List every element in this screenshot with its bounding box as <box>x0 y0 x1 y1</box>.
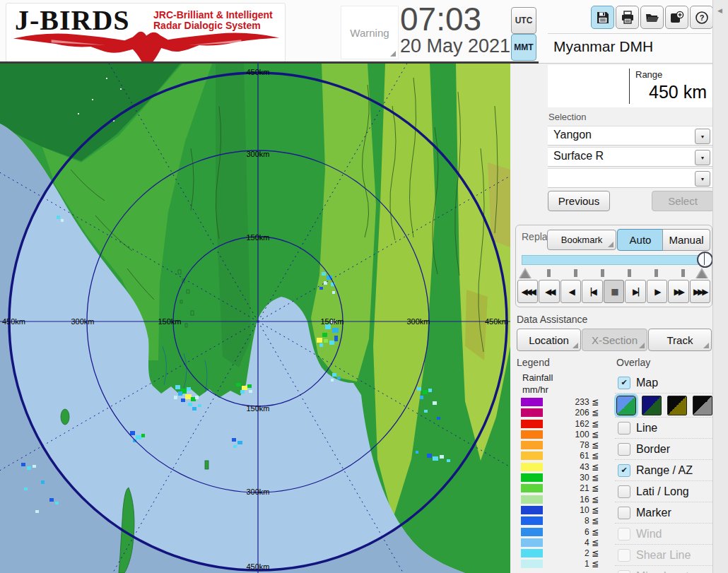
legend-swatch <box>521 430 543 439</box>
manual-button[interactable]: Manual <box>662 229 710 251</box>
save-button[interactable] <box>591 6 614 29</box>
help-icon: ? <box>695 11 709 25</box>
ring-label-450-left: 450km <box>2 317 25 326</box>
playback-skip-start-button[interactable]: |◀ <box>582 280 602 303</box>
playback-play-button[interactable]: ▶ <box>647 280 667 303</box>
warning-button-label: Warning <box>350 27 389 39</box>
legend-value: 8 ≦ <box>549 516 599 526</box>
ring-label-150-left: 150km <box>158 317 181 326</box>
replay-tick <box>574 269 577 277</box>
legend-value: 4 ≦ <box>549 538 599 548</box>
location-button[interactable]: Location <box>517 329 581 351</box>
select-button[interactable]: Select <box>652 191 714 211</box>
track-button-label: Track <box>667 334 693 346</box>
ring-label-300-bottom: 300km <box>246 488 269 496</box>
option-dropdown[interactable]: ▼ <box>548 168 712 188</box>
option-dropdown-button[interactable]: ▼ <box>695 171 710 187</box>
map-style-swatches <box>615 393 712 417</box>
track-button[interactable]: Track <box>648 329 712 351</box>
legend-value: 61 ≦ <box>549 451 599 461</box>
overlay-checkbox-lati-long[interactable] <box>618 485 630 498</box>
selection-label: Selection <box>548 112 586 122</box>
legend-row: 233 ≦ <box>521 397 599 408</box>
map-style-swatch-1[interactable] <box>616 396 636 415</box>
overlay-checkbox-shear-line <box>618 549 630 562</box>
playback-forward-fast-button[interactable]: ▶▶▶ <box>690 280 710 303</box>
overlay-checkbox-line[interactable] <box>618 422 630 435</box>
map-style-swatch-4[interactable] <box>693 396 712 415</box>
legend-value: 10 ≦ <box>549 505 599 515</box>
legend-swatch <box>521 528 543 536</box>
legend-row: 61 ≦ <box>521 451 599 461</box>
product-dropdown-button[interactable]: ▼ <box>695 150 710 165</box>
legend-row: 162 ≦ <box>521 419 599 430</box>
legend-value: 206 ≦ <box>549 408 599 418</box>
print-icon <box>621 11 635 25</box>
overlay-row-border: Border <box>615 438 712 459</box>
range-value: 450 km <box>649 82 707 102</box>
replay-slider-handle[interactable] <box>697 252 713 268</box>
map-style-swatch-2[interactable] <box>642 396 662 415</box>
mmt-button[interactable]: MMT <box>511 34 536 61</box>
warning-button[interactable]: Warning <box>341 6 399 59</box>
utc-button[interactable]: UTC <box>511 7 536 34</box>
overlay-checkbox-marker[interactable] <box>618 507 630 519</box>
chevron-down-icon: ▼ <box>700 155 705 160</box>
overlay-row-map: ✔Map <box>615 372 712 393</box>
replay-end-marker[interactable] <box>695 268 708 278</box>
legend-swatch <box>521 506 543 514</box>
overlay-checkbox-border[interactable] <box>618 443 630 456</box>
playback-stop-button[interactable]: ■ <box>604 280 624 303</box>
replay-start-marker[interactable] <box>519 268 532 278</box>
product-dropdown[interactable]: Surface R ▼ <box>548 147 712 167</box>
overlay-checkbox-range-az[interactable]: ✔ <box>618 464 630 477</box>
overlay-label-map: Map <box>636 377 658 389</box>
overlay-label-microburst: Microburst <box>636 570 689 573</box>
eagle-logo-icon <box>9 29 283 63</box>
legend-row: 16 ≦ <box>521 495 599 505</box>
replay-slider-track[interactable] <box>522 255 708 265</box>
replay-tick <box>654 269 658 277</box>
chevron-down-icon: ▼ <box>700 177 705 182</box>
map-style-swatch-3[interactable] <box>667 396 687 415</box>
bookmark-button[interactable]: Bookmark <box>547 230 616 250</box>
data-assistance-label: Data Assistance <box>517 314 587 325</box>
playback-controls: ◀◀◀◀◀◀|◀■▶|▶▶▶▶▶▶ <box>517 280 710 303</box>
help-button[interactable]: ? <box>690 6 713 29</box>
svg-text:?: ? <box>699 13 704 22</box>
chevron-down-icon: ▼ <box>700 134 705 139</box>
legend-scale: 233 ≦206 ≦162 ≦100 ≦78 ≦61 ≦43 ≦30 ≦21 ≦… <box>521 397 599 570</box>
x-section-button[interactable]: X-Section <box>582 329 647 351</box>
logo-box: J-BIRDS JRC-Brilliant & Intelligent Rada… <box>6 3 286 62</box>
legend-swatch <box>521 408 543 417</box>
add-image-button[interactable] <box>665 6 688 29</box>
site-dropdown[interactable]: Yangon ▼ <box>548 126 712 146</box>
playback-skip-end-button[interactable]: ▶| <box>625 280 645 303</box>
print-button[interactable] <box>616 6 639 29</box>
overlay-row-wind: Wind <box>615 523 712 544</box>
legend-row: 43 ≦ <box>521 462 599 473</box>
range-label: Range <box>635 69 662 80</box>
bookmark-button-label: Bookmark <box>561 235 603 245</box>
playback-rewind-fast-button[interactable]: ◀◀◀ <box>517 280 538 303</box>
location-button-label: Location <box>529 334 569 346</box>
overlay-checkbox-microburst <box>618 570 630 573</box>
overlay-label-marker: Marker <box>636 507 671 519</box>
auto-button[interactable]: Auto <box>617 229 664 251</box>
legend-row: 78 ≦ <box>521 440 599 451</box>
collapse-arrow-icon[interactable]: ◀ <box>717 7 722 14</box>
ring-label-150-top: 150km <box>246 233 269 242</box>
add-image-icon <box>670 11 684 25</box>
previous-button[interactable]: Previous <box>548 191 610 211</box>
site-dropdown-button[interactable]: ▼ <box>695 129 710 144</box>
overlay-checkbox-map[interactable]: ✔ <box>618 377 630 389</box>
playback-forward-button[interactable]: ▶▶ <box>668 280 688 303</box>
panel-collapse-strip[interactable]: ◀ <box>712 0 728 573</box>
legend-swatch <box>521 441 543 449</box>
playback-rewind-button[interactable]: ◀◀ <box>539 280 559 303</box>
open-folder-button[interactable] <box>640 6 664 29</box>
open-folder-icon <box>645 11 659 25</box>
playback-step-back-button[interactable]: ◀ <box>560 280 581 303</box>
radar-map[interactable]: 450km 300km 150km 150km 300km 450km 450k… <box>0 64 510 573</box>
legend-value: 16 ≦ <box>549 495 599 504</box>
